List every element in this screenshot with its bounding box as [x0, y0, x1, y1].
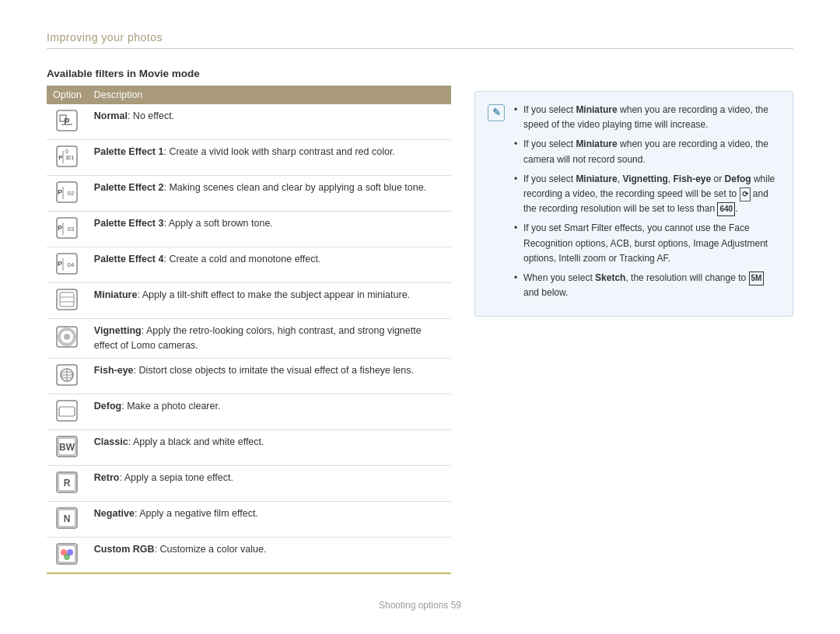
normal-icon: P — [55, 109, 79, 132]
table-row: Miniature: Apply a tilt-shift effect to … — [47, 283, 451, 319]
svg-text:P: P — [58, 260, 62, 268]
filters-table: Option Description P — [47, 86, 451, 574]
svg-rect-34 — [57, 401, 77, 421]
defog-icon — [55, 399, 79, 422]
right-panel: ✎ If you select Miniature when you are r… — [474, 91, 793, 574]
svg-rect-35 — [59, 407, 75, 416]
desc-miniature: Miniature: Apply a tilt-shift effect to … — [88, 283, 451, 319]
palette3-icon: 03 P — [55, 216, 79, 240]
section-title: Available filters in Movie mode — [47, 68, 451, 79]
table-row: Custom RGB: Customize a color value. — [47, 537, 451, 573]
icon-cell-vignetting — [47, 319, 88, 359]
note-item-4: If you set Smart Filter effects, you can… — [513, 221, 780, 266]
svg-text:P: P — [59, 154, 64, 161]
table-row: 04 P Palette Effect 4: Create a cold and… — [47, 247, 451, 283]
notes-list: If you select Miniature when you are rec… — [513, 103, 780, 300]
table-row: N Negative: Apply a negative film effect… — [47, 501, 451, 537]
icon-cell-normal: P — [47, 104, 88, 140]
desc-classic: Classic: Apply a black and white effect. — [88, 429, 451, 465]
customrgb-icon — [55, 542, 79, 566]
svg-text:02: 02 — [68, 190, 75, 197]
table-row: Vignetting: Apply the retro-looking colo… — [47, 319, 451, 359]
desc-fisheye: Fish-eye: Distort close objects to imita… — [88, 358, 451, 394]
desc-vignetting: Vignetting: Apply the retro-looking colo… — [88, 319, 451, 359]
icon-cell-retro: R — [47, 465, 88, 501]
table-header-row: Option Description — [47, 86, 451, 104]
content-area: Available filters in Movie mode Option D… — [47, 68, 793, 574]
note-box: ✎ If you select Miniature when you are r… — [474, 91, 793, 317]
page: Improving your photos Available filters … — [0, 0, 840, 634]
note-item-2: If you select Miniature when you are rec… — [513, 137, 780, 166]
desc-customrgb: Custom RGB: Customize a color value. — [88, 537, 451, 573]
svg-point-28 — [64, 334, 70, 340]
icon-cell-palette4: 04 P — [47, 247, 88, 283]
table-row: P Normal: No effect. — [47, 104, 451, 140]
table-row: Fish-eye: Distort close objects to imita… — [47, 358, 451, 394]
icon-cell-classic: BW — [47, 429, 88, 465]
svg-text:04: 04 — [68, 261, 75, 268]
note-icon: ✎ — [488, 104, 505, 121]
footer-text: Shooting options 59 — [379, 600, 461, 611]
icon-cell-defog — [47, 394, 88, 429]
desc-retro: Retro: Apply a sepia tone effect. — [88, 465, 451, 501]
svg-text:P: P — [58, 224, 62, 232]
desc-palette4: Palette Effect 4: Create a cold and mono… — [88, 247, 451, 283]
icon-cell-fisheye — [47, 358, 88, 394]
svg-point-49 — [67, 549, 73, 555]
negative-icon: N — [55, 506, 79, 530]
icon-cell-palette2: 02 P — [47, 176, 88, 212]
desc-normal: Normal: No effect. — [88, 104, 451, 140]
icon-cell-palette1: P 0 1 01 — [47, 140, 88, 176]
svg-text:R: R — [64, 478, 71, 489]
svg-text:01: 01 — [68, 154, 75, 161]
svg-text:N: N — [64, 513, 71, 524]
vignetting-icon — [55, 325, 79, 349]
header-description: Description — [88, 86, 451, 104]
svg-text:P: P — [58, 188, 62, 196]
note-content: If you select Miniature when you are rec… — [513, 103, 780, 305]
table-row: 02 P Palette Effect 2: Making scenes cle… — [47, 176, 451, 212]
palette4-icon: 04 P — [55, 252, 79, 275]
table-row: P 0 1 01 Palette Effect 1: Create a vivi… — [47, 140, 451, 176]
table-row: Defog: Make a photo clearer. — [47, 394, 451, 429]
retro-icon: R — [55, 471, 79, 494]
desc-palette2: Palette Effect 2: Making scenes clean an… — [88, 176, 451, 212]
icon-cell-customrgb — [47, 537, 88, 573]
desc-negative: Negative: Apply a negative film effect. — [88, 501, 451, 537]
icon-cell-miniature — [47, 283, 88, 319]
icon-cell-palette3: 03 P — [47, 212, 88, 247]
svg-rect-23 — [60, 292, 74, 306]
left-panel: Available filters in Movie mode Option D… — [47, 68, 451, 574]
note-item-5: When you select Sketch, the resolution w… — [513, 271, 780, 300]
fisheye-icon — [55, 363, 79, 387]
note-box-inner: ✎ If you select Miniature when you are r… — [488, 103, 780, 305]
table-row: 03 P Palette Effect 3: Apply a soft brow… — [47, 212, 451, 247]
palette2-icon: 02 P — [55, 180, 79, 204]
table-row: BW Classic: Apply a black and white effe… — [47, 429, 451, 465]
classic-icon: BW — [55, 435, 79, 458]
table-row: R Retro: Apply a sepia tone effect. — [47, 465, 451, 501]
miniature-icon — [55, 288, 79, 311]
header-option: Option — [47, 86, 88, 104]
page-title: Improving your photos — [47, 31, 793, 49]
svg-text:03: 03 — [68, 226, 75, 233]
palette1-icon: P 0 1 01 — [55, 145, 79, 168]
note-item-3: If you select Miniature, Vignetting, Fis… — [513, 172, 780, 217]
svg-text:0: 0 — [65, 149, 68, 154]
note-item-1: If you select Miniature when you are rec… — [513, 103, 780, 132]
page-footer: Shooting options 59 — [0, 600, 840, 611]
icon-cell-negative: N — [47, 501, 88, 537]
desc-palette1: Palette Effect 1: Create a vivid look wi… — [88, 140, 451, 176]
desc-palette3: Palette Effect 3: Apply a soft brown ton… — [88, 212, 451, 247]
svg-text:BW: BW — [59, 442, 75, 453]
desc-defog: Defog: Make a photo clearer. — [88, 394, 451, 429]
